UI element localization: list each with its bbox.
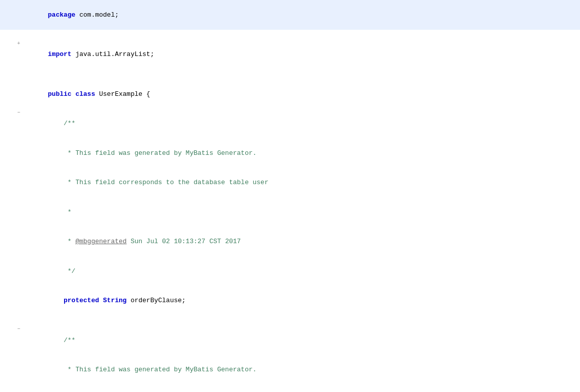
kw-protected-1: protected xyxy=(48,297,99,304)
annotation-mbg-1[interactable]: @mbggenerated xyxy=(75,238,126,245)
keyword-package: package xyxy=(48,11,76,19)
keyword-import: import xyxy=(48,50,72,58)
line-comment1-end: */ xyxy=(0,256,580,286)
comment-open-1: /** xyxy=(48,120,76,127)
comment-date-1: Sun Jul 02 10:13:27 CST 2017 xyxy=(127,238,241,245)
comment-star-1: * xyxy=(48,208,72,216)
plain: java.util.ArrayList; xyxy=(72,50,154,58)
plain: com.model; xyxy=(75,11,119,19)
comment-prefix-1: * xyxy=(48,238,76,245)
collapse-c1[interactable]: − xyxy=(15,109,22,117)
line-comment2-l1: * This field was generated by MyBatis Ge… xyxy=(0,355,580,385)
comment-close-1: */ xyxy=(48,267,76,275)
collapse-c2[interactable]: − xyxy=(15,325,22,333)
code-c1l2: * This field corresponds to the database… xyxy=(22,168,580,198)
line-field-order: protected String orderByClause; xyxy=(0,286,580,316)
line-comment1-start: − /** xyxy=(0,109,580,139)
line-comment1-ann: * @mbggenerated Sun Jul 02 10:13:27 CST … xyxy=(0,227,580,257)
code-c1l1: * This field was generated by MyBatis Ge… xyxy=(22,138,580,168)
line-comment1-l1: * This field was generated by MyBatis Ge… xyxy=(0,138,580,168)
code-container: package com.model; + import java.util.Ar… xyxy=(0,0,580,392)
code-c1end: */ xyxy=(22,256,580,286)
comment-open-2: /** xyxy=(48,337,76,344)
code-c1s: /** xyxy=(22,109,580,139)
blank-2 xyxy=(22,69,580,79)
blank-1 xyxy=(22,30,580,40)
line-blank-1 xyxy=(0,30,580,40)
comment-text-1-1: * This field was generated by MyBatis Ge… xyxy=(48,149,256,157)
blank-3 xyxy=(22,315,580,325)
code-c1star: * xyxy=(22,197,580,227)
code-c2l1: * This field was generated by MyBatis Ge… xyxy=(22,355,580,385)
kw-string-1: String xyxy=(103,297,127,304)
line-comment2-start: − /** xyxy=(0,325,580,355)
keyword-class: class xyxy=(75,90,95,98)
code-c1ann: * @mbggenerated Sun Jul 02 10:13:27 CST … xyxy=(22,227,580,257)
comment-text-1-2: * This field corresponds to the database… xyxy=(48,179,269,186)
code-class: public class UserExample { xyxy=(22,79,580,109)
code-import: import java.util.ArrayList; xyxy=(22,40,580,70)
line-comment1-l2: * This field corresponds to the database… xyxy=(0,168,580,198)
line-blank-2 xyxy=(0,69,580,79)
code-1: package com.model; xyxy=(22,0,580,30)
line-1: package com.model; xyxy=(0,0,580,30)
collapse-import: + xyxy=(15,40,22,47)
code-c2l2: * This field corresponds to the database… xyxy=(22,384,580,392)
code-ford: protected String orderByClause; xyxy=(22,286,580,316)
line-comment2-l2: * This field corresponds to the database… xyxy=(0,384,580,392)
line-blank-3 xyxy=(0,315,580,325)
code-c2s: /** xyxy=(22,325,580,355)
keyword-public: public xyxy=(48,90,72,98)
line-import: + import java.util.ArrayList; xyxy=(0,40,580,70)
comment-text-2-1: * This field was generated by MyBatis Ge… xyxy=(48,366,256,373)
line-class-decl: public class UserExample { xyxy=(0,79,580,109)
line-comment1-star: * xyxy=(0,197,580,227)
